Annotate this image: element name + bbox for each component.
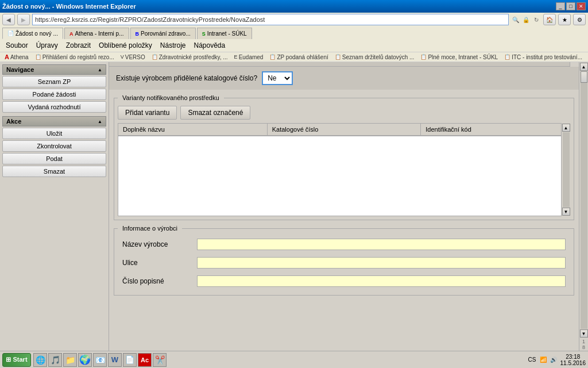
menu-zobrazit[interactable]: Zobrazit [63,40,94,51]
tabs-row: 📄 Žádost o nový ... A Athena - Interni p… [0,26,588,39]
bookmark-icon-6: 📋 [335,54,341,60]
table-scroll-down[interactable]: ▼ [562,208,570,216]
window-title: Žádost o nový... - Windows Internet Expl… [2,3,136,10]
cislo-input[interactable] [197,275,566,287]
address-box[interactable]: https://ereg2.ksrzis.cz/Registr/RZPRO/Za… [32,14,509,25]
title-bar: Žádost o nový... - Windows Internet Expl… [0,0,588,13]
form-row-ulice: Ulice [118,255,570,271]
search-icon[interactable]: 🔍 [511,17,520,23]
navigace-arrow: ▲ [98,67,102,72]
bookmark-7[interactable]: 📋 Plné moce, Intranet - SÚKL [418,53,500,61]
smazat-button[interactable]: Smazat [2,166,106,177]
seznam-zp-button[interactable]: Seznam ZP [2,76,106,87]
col-katalog: Katalogové číslo [267,124,421,136]
bookmark-1[interactable]: 📋 Přihlášení do registrů rezo... [33,53,117,61]
menu-napoveda[interactable]: Nápověda [191,40,229,51]
bookmark-label-7: Plné moce, Intranet - SÚKL [428,54,498,60]
taskbar-snipping[interactable]: ✂️ [153,353,167,367]
tab-1[interactable]: A Athena - Interni p... [64,28,129,39]
pridat-variantu-button[interactable]: Přidat variantu [118,106,177,120]
menu-upravy[interactable]: Úpravy [33,40,61,51]
page-indicator-suffix: 8 [582,344,585,350]
bookmark-icon-5: 📋 [269,54,276,60]
variants-table-body[interactable] [118,136,570,216]
vyrobci-legend: Informace o výrobci [118,224,182,233]
bookmark-0[interactable]: A Athena [2,53,31,61]
tray-signal: 📶 [540,356,547,363]
ulice-label: Ulice [122,259,197,267]
zkontrolovat-button[interactable]: Zkontrolovat [2,140,106,152]
bookmark-8[interactable]: 📋 ITC - institut pro testování... [502,53,585,61]
nazev-input[interactable] [197,239,566,250]
bookmark-label-6: Seznam držitelů datových ... [342,54,415,60]
bookmark-icon-0: A [5,53,9,60]
menu-oblibene[interactable]: Oblíbené položky [95,40,156,51]
main-scroll-up[interactable]: ▲ [580,63,588,71]
tools-button[interactable]: ⚙ [573,14,586,25]
variants-buttons: Přidat variantu Smazat označené [118,106,570,120]
taskbar-icons: 🌐 🎵 📁 🌍 📧 W 📄 Ac ✂️ [33,353,167,367]
bookmark-3[interactable]: 📋 Zdravotnické prostředky, ... [149,53,230,61]
katalog-label: Existuje výrobcem přidělené katalogové č… [116,74,257,82]
menu-bar: Soubor Úpravy Zobrazit Oblíbené položky … [0,39,588,52]
back-button[interactable]: ◀ [2,14,15,25]
form-row-cislo: Číslo popisné [118,273,570,289]
bookmark-6[interactable]: 📋 Seznam držitelů datových ... [332,53,417,61]
taskbar-explorer[interactable]: 📁 [63,353,77,367]
akce-section: Akce ▲ Uložit Zkontrolovat Podat Smazat [2,116,106,177]
main-scroll-down[interactable]: ▼ [580,329,588,338]
close-btn[interactable]: ✕ [577,2,586,10]
tray-date-value: 11.5.2016 [560,360,586,366]
taskbar-ie[interactable]: 🌐 [33,353,47,367]
tab-2[interactable]: B Porovnání zdravo... [130,28,196,39]
bookmark-5[interactable]: 📋 ZP podaná ohlášení [267,53,330,61]
taskbar: ⊞ Start 🌐 🎵 📁 🌍 📧 W 📄 Ac ✂️ CS 📶 🔊 23:18… [0,351,588,368]
start-button[interactable]: ⊞ Start [2,353,31,367]
ulice-input[interactable] [197,257,566,269]
table-scroll-up[interactable]: ▲ [562,124,570,132]
ulozit-button[interactable]: Uložit [2,128,106,139]
tab-label-1: Athena - Interni p... [75,30,123,37]
refresh-icon[interactable]: ↻ [532,17,541,23]
bookmark-icon-8: 📋 [504,54,510,60]
bookmark-label-3: Zdravotnické prostředky, ... [159,54,228,60]
tray-time-value: 23:18 [560,354,586,360]
akce-header[interactable]: Akce ▲ [2,116,106,126]
bookmark-4[interactable]: E Eudamed [232,53,266,61]
navigace-header[interactable]: Navigace ▲ [2,64,106,75]
taskbar-word[interactable]: W [108,353,122,367]
podane-zadosti-button[interactable]: Podané žádosti [2,89,106,100]
taskbar-media[interactable]: 🎵 [48,353,62,367]
forward-button[interactable]: ▶ [17,14,30,25]
main-content: Existuje výrobcem přidělené katalogové č… [109,62,579,351]
tab-label-2: Porovnání zdravo... [141,30,191,37]
taskbar-outlook[interactable]: 📧 [93,353,107,367]
taskbar-acrobat[interactable]: Ac [138,353,152,367]
menu-nastroje[interactable]: Nástroje [157,40,189,51]
taskbar-pdf[interactable]: 📄 [123,353,137,367]
katalog-select[interactable]: Ne Ano [262,71,293,85]
podat-button[interactable]: Podat [2,153,106,164]
scroll-thumb[interactable] [581,71,587,83]
bookmark-icon-1: 📋 [35,54,41,60]
window-controls: _ □ ✕ [556,2,586,10]
tab-0[interactable]: 📄 Žádost o nový ... [2,28,63,39]
menu-soubor[interactable]: Soubor [2,40,32,51]
bookmark-label-0: Athena [10,54,29,60]
bookmark-2[interactable]: V VERSO [118,53,148,61]
navigace-section: Navigace ▲ Seznam ZP Podané žádosti Vyda… [2,64,106,113]
address-bar-row: ◀ ▶ https://ereg2.ksrzis.cz/Registr/RZPR… [0,13,588,26]
tray-volume: 🔊 [550,356,557,363]
bookmark-icon-4: E [234,54,238,60]
minimize-btn[interactable]: _ [556,2,565,10]
vydana-rozhodnuti-button[interactable]: Vydaná rozhodnutí [2,101,106,113]
maximize-btn[interactable]: □ [566,2,575,10]
tab-3[interactable]: S Intranet - SÚKL [197,28,252,39]
bookmark-label-8: ITC - institut pro testování... [512,54,582,60]
home-button[interactable]: 🏠 [543,14,556,25]
taskbar-chrome[interactable]: 🌍 [78,353,92,367]
akce-arrow: ▲ [98,119,102,124]
favorites-button[interactable]: ★ [558,14,571,25]
smazat-oznacene-button[interactable]: Smazat označené [180,106,250,120]
main-scrollbar: ▲ ▼ 1 8 [579,62,588,351]
